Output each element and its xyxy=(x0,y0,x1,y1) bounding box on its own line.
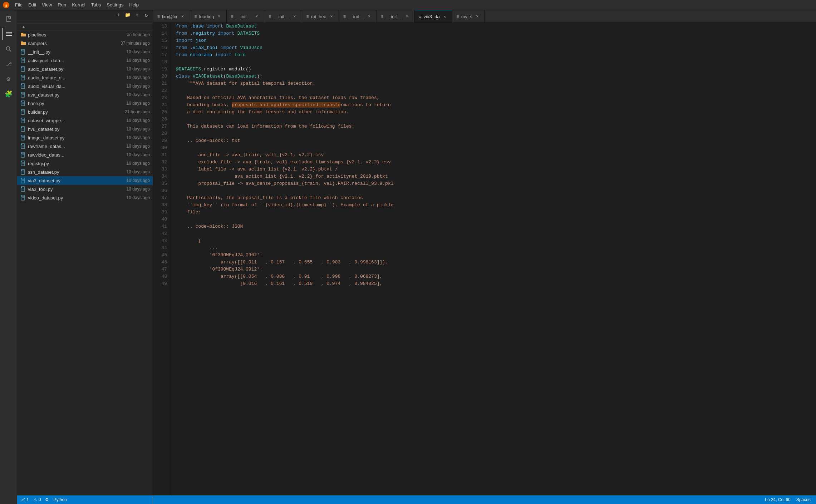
tab-close-button[interactable]: × xyxy=(404,14,410,19)
file-item-pipelines[interactable]: pipelinesan hour ago xyxy=(17,30,153,39)
tab-lxn@lxr[interactable]: ≡lxn@lxr× xyxy=(153,10,190,23)
file-item-via3_tool-py[interactable]: via3_tool.py10 days ago xyxy=(17,185,153,193)
menu-edit[interactable]: Edit xyxy=(28,2,36,8)
explorer-icon[interactable] xyxy=(3,28,15,40)
file-name-label: __init__.py xyxy=(28,49,103,55)
python-file-icon xyxy=(20,66,26,72)
file-item-audio_visual_da---[interactable]: audio_visual_da...10 days ago xyxy=(17,82,153,90)
tab-close-button[interactable]: × xyxy=(254,14,260,19)
tab-my_s[interactable]: ≡my_s× xyxy=(452,10,485,23)
code-line-25: a dict containing the frame tensors and … xyxy=(176,109,810,116)
line-number-27: 27 xyxy=(156,123,167,130)
svg-point-78 xyxy=(21,187,22,188)
file-item-activitynet_data---[interactable]: activitynet_data...10 days ago xyxy=(17,56,153,65)
tab-label: __init__ xyxy=(386,14,402,19)
python-file-icon xyxy=(20,194,26,201)
menu-file[interactable]: File xyxy=(15,2,23,8)
tab-file-icon: ≡ xyxy=(343,14,346,19)
tab-roi_hea[interactable]: ≡roi_hea× xyxy=(302,10,339,23)
file-item-registry-py[interactable]: registry.py10 days ago xyxy=(17,159,153,168)
svg-point-62 xyxy=(21,153,22,154)
line-number-15: 15 xyxy=(156,37,167,44)
tab-__init__[interactable]: ≡__init__× xyxy=(377,10,415,23)
file-modified-label: 10 days ago xyxy=(103,75,150,80)
tab-via3_da[interactable]: ≡via3_da× xyxy=(414,10,452,23)
python-file-icon xyxy=(20,74,26,81)
code-line-26 xyxy=(176,116,810,123)
file-item-__init__-py[interactable]: __init__.py10 days ago xyxy=(17,48,153,56)
tab-close-button[interactable]: × xyxy=(216,14,222,19)
file-item-ssn_dataset-py[interactable]: ssn_dataset.py10 days ago xyxy=(17,168,153,176)
tab-__init__[interactable]: ≡__init__× xyxy=(227,10,265,23)
upload-button[interactable]: ⬆ xyxy=(133,11,141,19)
warning-icon: ⚠ xyxy=(33,497,37,502)
file-item-hvu_dataset-py[interactable]: hvu_dataset.py10 days ago xyxy=(17,125,153,133)
menu-settings[interactable]: Settings xyxy=(107,2,123,8)
menu-kernel[interactable]: Kernel xyxy=(72,2,85,8)
file-item-base-py[interactable]: base.py10 days ago xyxy=(17,99,153,108)
activity-bar: ⎇ ⚙ 🧩 xyxy=(0,10,17,504)
tab-file-icon: ≡ xyxy=(157,14,160,19)
line-number-34: 34 xyxy=(156,173,167,180)
file-modified-label: 10 days ago xyxy=(103,195,150,200)
code-line-21: """AVA dataset for spatial temporal dete… xyxy=(176,80,810,87)
file-item-audio_feature_d---[interactable]: audio_feature_d...10 days ago xyxy=(17,73,153,82)
new-file-button[interactable]: + xyxy=(115,11,122,19)
menu-view[interactable]: View xyxy=(42,2,52,8)
file-modified-label: 10 days ago xyxy=(103,161,150,166)
new-folder-button[interactable]: 📁 xyxy=(124,11,131,19)
code-line-14: from .registry import DATASETS xyxy=(176,30,810,37)
file-item-video_dataset-py[interactable]: video_dataset.py10 days ago xyxy=(17,193,153,202)
tab-close-button[interactable]: × xyxy=(475,14,480,19)
line-number-48: 48 xyxy=(156,273,167,280)
git-icon[interactable]: ⎇ xyxy=(3,58,15,70)
tab-close-button[interactable]: × xyxy=(180,14,186,19)
tab-__init__[interactable]: ≡__init__× xyxy=(339,10,377,23)
code-line-27: This datasets can load information from … xyxy=(176,123,810,130)
indent-label: Spaces: xyxy=(796,497,812,502)
file-item-rawvideo_datas---[interactable]: rawvideo_datas...10 days ago xyxy=(17,150,153,159)
file-item-dataset_wrappe---[interactable]: dataset_wrappe...10 days ago xyxy=(17,116,153,125)
file-modified-label: 10 days ago xyxy=(103,135,150,140)
file-item-samplers[interactable]: samplers37 minutes ago xyxy=(17,39,153,48)
file-name-label: ava_dataset.py xyxy=(28,92,103,98)
svg-point-54 xyxy=(21,135,22,137)
svg-point-38 xyxy=(21,101,22,102)
menu-tabs[interactable]: Tabs xyxy=(91,2,101,8)
code-editor[interactable]: 1314151617181920212223242526272829303132… xyxy=(153,23,816,495)
column-name[interactable]: ▲ xyxy=(20,24,103,29)
file-item-image_dataset-py[interactable]: image_dataset.py10 days ago xyxy=(17,133,153,142)
git-branch-status: ⎇ 1 xyxy=(20,497,29,502)
line-number-45: 45 xyxy=(156,252,167,259)
file-item-via3_dataset-py[interactable]: via3_dataset.py10 days ago xyxy=(17,176,153,185)
file-item-rawframe_datas---[interactable]: rawframe_datas...10 days ago xyxy=(17,142,153,150)
new-file-icon[interactable] xyxy=(3,13,15,25)
menu-help[interactable]: Help xyxy=(129,2,139,8)
tab-close-button[interactable]: × xyxy=(367,14,372,19)
tab-close-button[interactable]: × xyxy=(442,14,448,20)
line-number-47: 47 xyxy=(156,266,167,273)
code-line-28 xyxy=(176,130,810,137)
tab-close-button[interactable]: × xyxy=(292,14,298,19)
file-item-builder-py[interactable]: builder.py21 hours ago xyxy=(17,108,153,116)
puzzle-icon[interactable]: 🧩 xyxy=(3,88,15,100)
file-item-audio_dataset-py[interactable]: audio_dataset.py10 days ago xyxy=(17,65,153,73)
line-number-32: 32 xyxy=(156,159,167,166)
tab-__init__[interactable]: ≡__init__× xyxy=(264,10,302,23)
search-icon[interactable] xyxy=(3,43,15,55)
file-item-ava_dataset-py[interactable]: ava_dataset.py10 days ago xyxy=(17,90,153,99)
code-line-13: from .base import BaseDataset xyxy=(176,23,810,30)
settings-icon[interactable]: ⚙ xyxy=(3,73,15,85)
file-name-label: via3_dataset.py xyxy=(28,178,103,183)
tab-loading[interactable]: ≡loading× xyxy=(190,10,227,23)
line-number-17: 17 xyxy=(156,51,167,59)
sidebar-status-bar: ⎇ 1 ⚠ 0 ⚙ Python xyxy=(17,495,153,504)
menu-run[interactable]: Run xyxy=(58,2,66,8)
line-numbers: 1314151617181920212223242526272829303132… xyxy=(153,23,170,495)
refresh-button[interactable]: ↻ xyxy=(143,11,150,19)
code-line-32: exclude_file -> ava_{train, val}_exclude… xyxy=(176,159,810,166)
line-number-38: 38 xyxy=(156,202,167,209)
language-status: Python xyxy=(53,497,67,502)
tab-close-button[interactable]: × xyxy=(329,14,334,19)
code-content[interactable]: from .base import BaseDatasetfrom .regis… xyxy=(170,23,816,495)
